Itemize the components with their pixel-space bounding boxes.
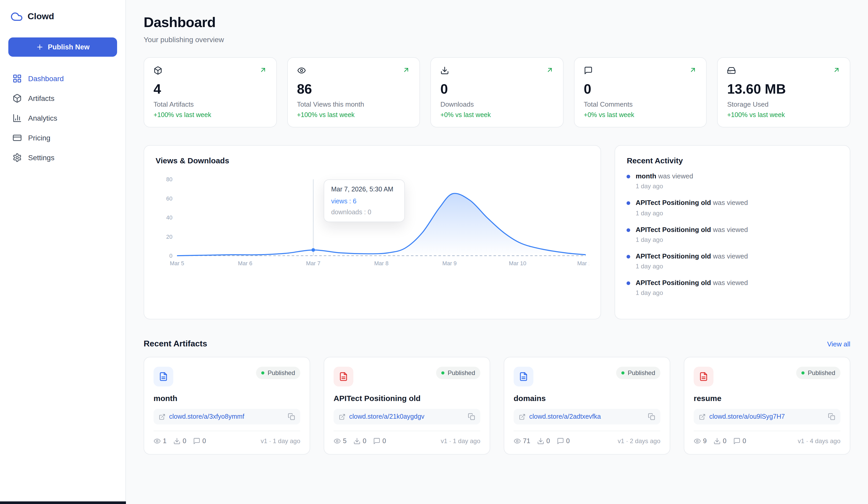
main-content: Dashboard Your publishing overview 4 Tot… — [126, 0, 868, 475]
arrow-up-right-icon[interactable] — [402, 66, 410, 74]
download-icon — [173, 438, 180, 445]
arrow-up-right-icon[interactable] — [833, 66, 840, 74]
comment-icon — [373, 438, 380, 445]
stat-delta: +100% vs last week — [297, 111, 410, 118]
page-title: Dashboard — [144, 14, 850, 31]
file-doc-icon — [154, 367, 173, 387]
sidebar-item-dashboard[interactable]: Dashboard — [8, 69, 117, 88]
svg-text:Mar 10: Mar 10 — [509, 260, 526, 266]
activity-text: APITect Positioning old was viewed — [636, 279, 748, 287]
svg-text:0: 0 — [169, 253, 173, 259]
window-edge — [0, 501, 126, 504]
artifact-title: domains — [514, 394, 660, 402]
arrow-up-right-icon[interactable] — [689, 66, 697, 74]
version-meta: v1 · 1 day ago — [441, 438, 480, 445]
status-badge: Published — [796, 367, 840, 379]
activity-item: APITect Positioning old was viewed 1 day… — [627, 225, 838, 243]
view-all-link[interactable]: View all — [827, 340, 850, 348]
views-count: 5 — [333, 438, 347, 445]
sidebar-nav: Dashboard Artifacts Analytics Pricing Se… — [8, 69, 117, 167]
stats-row: 4 Total Artifacts +100% vs last week 86 … — [144, 57, 850, 127]
chart-canvas[interactable]: 020406080Mar 5Mar 6Mar 7Mar 8Mar 9Mar 10… — [156, 172, 589, 270]
arrow-up-right-icon[interactable] — [259, 66, 267, 74]
artifact-card-apitect[interactable]: Published APITect Positioning old clowd.… — [324, 357, 490, 454]
artifact-card-domains[interactable]: Published domains clowd.store/a/2adtxevf… — [504, 357, 670, 454]
downloads-count: 0 — [353, 438, 366, 445]
svg-text:Mar 8: Mar 8 — [374, 260, 389, 266]
stat-card-total-artifacts: 4 Total Artifacts +100% vs last week — [144, 57, 277, 127]
activity-item: APITect Positioning old was viewed 1 day… — [627, 279, 838, 297]
svg-text:Mar 7: Mar 7 — [306, 260, 320, 266]
brand: Clowd — [8, 9, 117, 23]
publish-new-button[interactable]: Publish New — [8, 38, 117, 57]
sidebar-item-label: Settings — [28, 154, 54, 162]
views-count: 9 — [694, 438, 707, 445]
artifact-card-month[interactable]: Published month clowd.store/a/3xfyo8ymmf… — [144, 357, 310, 454]
artifact-url-link[interactable]: clowd.store/a/2adtxevfka — [529, 413, 644, 420]
views-count: 71 — [514, 438, 530, 445]
copy-icon — [288, 413, 295, 420]
artifact-title: month — [154, 394, 300, 402]
svg-text:Mar 11: Mar 11 — [577, 260, 589, 266]
bar-chart-icon — [12, 113, 22, 123]
copy-url-button[interactable] — [648, 413, 655, 420]
copy-url-button[interactable] — [828, 413, 835, 420]
external-link-icon — [699, 413, 706, 420]
status-dot — [802, 371, 805, 375]
artifact-url-link[interactable]: clowd.store/a/21k0aygdgv — [349, 413, 464, 420]
version-meta: v1 · 1 day ago — [261, 438, 300, 445]
sidebar-item-settings[interactable]: Settings — [8, 148, 117, 167]
download-icon — [537, 438, 544, 445]
sidebar-item-pricing[interactable]: Pricing — [8, 128, 117, 147]
recent-artifacts-section: Recent Artifacts View all Published mont… — [144, 339, 850, 454]
storage-drive-icon — [727, 66, 736, 75]
activity-dot — [627, 281, 630, 285]
artifact-url-bar: clowd.store/a/21k0aygdgv — [333, 409, 480, 424]
app-root: Clowd Publish New Dashboard Artifacts An… — [0, 0, 868, 504]
stat-label: Total Comments — [584, 101, 697, 108]
status-dot — [622, 371, 625, 375]
status-badge: Published — [617, 367, 660, 379]
status-badge: Published — [436, 367, 480, 379]
downloads-count: 0 — [713, 438, 726, 445]
artifact-url-bar: clowd.store/a/2adtxevfka — [514, 409, 660, 424]
comment-icon — [193, 438, 200, 445]
package-icon — [12, 94, 22, 103]
activity-item: APITect Positioning old was viewed 1 day… — [627, 199, 838, 217]
status-badge: Published — [256, 367, 300, 379]
stat-delta: +0% vs last week — [440, 111, 554, 118]
download-icon — [440, 66, 449, 75]
stat-value: 0 — [584, 81, 697, 97]
artifact-card-resume[interactable]: Published resume clowd.store/a/ou9lSyg7H… — [684, 357, 850, 454]
stat-card-downloads: 0 Downloads +0% vs last week — [430, 57, 563, 127]
activity-item: month was viewed 1 day ago — [627, 172, 838, 190]
comments-count: 0 — [373, 438, 386, 445]
artifact-url-link[interactable]: clowd.store/a/ou9lSyg7H7 — [709, 413, 824, 420]
copy-url-button[interactable] — [468, 413, 475, 420]
activity-item: APITect Positioning old was viewed 1 day… — [627, 252, 838, 270]
stat-value: 4 — [154, 81, 267, 97]
stat-value: 13.60 MB — [727, 81, 840, 97]
svg-text:60: 60 — [166, 196, 173, 202]
activity-dot — [627, 175, 630, 178]
stat-delta: +0% vs last week — [584, 111, 697, 118]
tooltip-downloads: downloads : 0 — [331, 209, 398, 216]
eye-icon — [297, 66, 306, 75]
eye-icon — [514, 438, 521, 445]
arrow-up-right-icon[interactable] — [546, 66, 554, 74]
tooltip-views: views : 6 — [331, 198, 398, 205]
artifact-stats: 5 0 0 v1 · 1 day ago — [333, 431, 480, 445]
download-icon — [353, 438, 361, 445]
sidebar-item-analytics[interactable]: Analytics — [8, 109, 117, 127]
stat-value: 0 — [440, 81, 554, 97]
stat-label: Storage Used — [727, 101, 840, 108]
activity-time: 1 day ago — [636, 263, 748, 270]
stat-card-total-comments: 0 Total Comments +0% vs last week — [574, 57, 707, 127]
publish-new-label: Publish New — [48, 43, 90, 51]
views-downloads-card: Views & Downloads 020406080Mar 5Mar 6Mar… — [144, 145, 601, 319]
copy-url-button[interactable] — [288, 413, 295, 420]
artifact-url-link[interactable]: clowd.store/a/3xfyo8ymmf — [169, 413, 284, 420]
external-link-icon — [339, 413, 345, 420]
stat-label: Downloads — [440, 101, 554, 108]
sidebar-item-artifacts[interactable]: Artifacts — [8, 89, 117, 108]
